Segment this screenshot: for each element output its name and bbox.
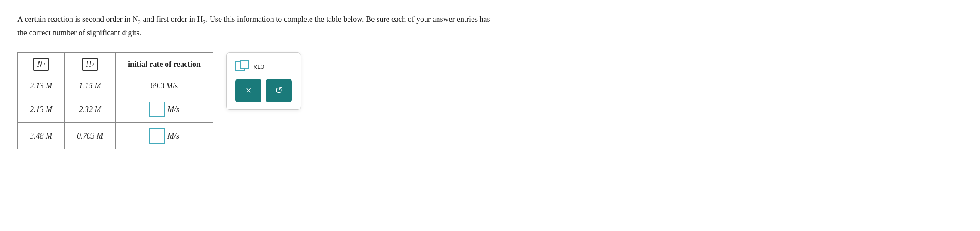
cell-h2-2: 2.32 M — [65, 96, 116, 123]
popup-buttons: × ↺ — [235, 79, 292, 102]
header-n2: N2 — [18, 53, 65, 76]
undo-button[interactable]: ↺ — [266, 79, 292, 102]
cell-h2-1: 1.15 M — [65, 76, 116, 96]
table-row: 3.48 M 0.703 M M/s — [18, 123, 213, 149]
clear-icon: × — [246, 85, 251, 96]
cell-rate-1: 69.0 M/s — [116, 76, 213, 96]
header-rate: initial rate of reaction — [116, 53, 213, 76]
h2-subscript: 2 — [91, 61, 94, 68]
h2-value-2: 2.32 M — [79, 105, 101, 114]
n2-value-3: 3.48 M — [30, 132, 52, 140]
table-row: 2.13 M 1.15 M 69.0 M/s — [18, 76, 213, 96]
cell-rate-3: M/s — [116, 123, 213, 149]
n2-value-2: 2.13 M — [30, 105, 52, 114]
popup-small-box-front — [240, 60, 249, 69]
answer-box-2[interactable] — [149, 102, 165, 117]
content-row: N2 H2 initial rate of reaction 2.13 M — [17, 52, 963, 149]
cell-n2-3: 3.48 M — [18, 123, 65, 149]
popup-top: x10 — [235, 60, 292, 73]
undo-icon: ↺ — [275, 85, 283, 96]
cell-h2-3: 0.703 M — [65, 123, 116, 149]
header-h2: H2 — [65, 53, 116, 76]
clear-button[interactable]: × — [235, 79, 261, 102]
x10-label: x10 — [254, 63, 264, 70]
popup-widget: x10 × ↺ — [226, 52, 301, 110]
unit-3: M/s — [167, 132, 179, 141]
h2-bracket: H2 — [82, 58, 98, 71]
rate-input-cell-2: M/s — [128, 102, 201, 117]
cell-rate-2: M/s — [116, 96, 213, 123]
h2-value-1: 1.15 M — [79, 82, 101, 90]
table-row: 2.13 M 2.32 M M/s — [18, 96, 213, 123]
rate-label: initial rate of reaction — [128, 60, 201, 68]
problem-text: A certain reaction is second order in N2… — [17, 13, 496, 39]
rate-value-1: 69.0 M/s — [151, 82, 178, 90]
answer-box-3[interactable] — [149, 128, 165, 144]
cell-n2-1: 2.13 M — [18, 76, 65, 96]
unit-2: M/s — [167, 105, 179, 114]
chemistry-table: N2 H2 initial rate of reaction 2.13 M — [17, 52, 213, 149]
cell-n2-2: 2.13 M — [18, 96, 65, 123]
n2-value-1: 2.13 M — [30, 82, 52, 90]
rate-input-cell-3: M/s — [128, 128, 201, 144]
n2-bracket: N2 — [33, 58, 49, 71]
h2-value-3: 0.703 M — [77, 132, 103, 140]
problem-sentence: A certain reaction is second order in N2… — [17, 15, 490, 37]
n2-subscript: 2 — [42, 61, 45, 68]
